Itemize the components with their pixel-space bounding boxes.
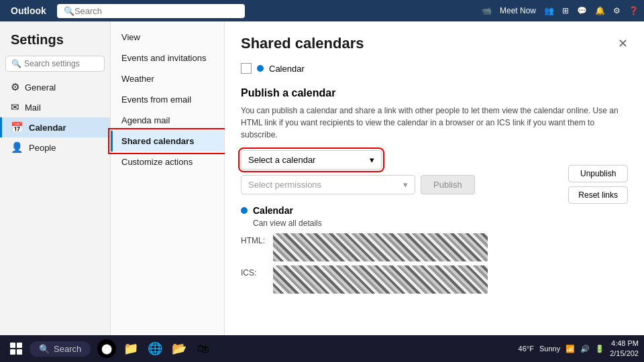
- ics-link-row: ICS:: [241, 265, 628, 294]
- onedrive-icon: ⬤: [97, 339, 116, 358]
- chrome-icon: 🌐: [148, 341, 162, 356]
- sidebar-item-calendar[interactable]: 📅 Calendar: [0, 117, 110, 137]
- search-settings-input[interactable]: [24, 59, 99, 68]
- taskbar-search-box[interactable]: 🔍 Search: [30, 341, 91, 357]
- mail-icon: ✉: [11, 101, 19, 113]
- chevron-down-icon: ▾: [370, 155, 374, 165]
- sidebar-item-people[interactable]: 👤 People: [0, 137, 110, 158]
- wifi-icon: 📶: [566, 345, 575, 353]
- sidebar-item-label-general: General: [25, 82, 56, 93]
- unpublish-button[interactable]: Unpublish: [568, 165, 628, 182]
- volume-icon: 🔊: [580, 345, 590, 353]
- action-buttons: Unpublish Reset links: [568, 165, 628, 204]
- title-search-input[interactable]: [74, 6, 238, 16]
- mid-item-shared[interactable]: Shared calendars: [111, 131, 224, 152]
- grid-icon: ⊞: [562, 6, 569, 15]
- mid-item-view[interactable]: View: [111, 27, 224, 48]
- people-nav-icon: 👤: [11, 141, 23, 154]
- ics-label: ICS:: [241, 265, 268, 278]
- html-link-blurred: [273, 233, 488, 261]
- pub-calendar-dot: [241, 207, 248, 214]
- taskbar-apps: ⬤ 📁 🌐 📂 🛍: [96, 338, 214, 359]
- title-bar-actions: 📹 Meet Now 👥 ⊞ 💬 🔔 ⚙ ❓: [482, 6, 639, 15]
- published-calendar-entry: Unpublish Reset links Calendar Can view …: [241, 205, 628, 294]
- bell-icon: 🔔: [595, 6, 605, 15]
- select-permissions-dropdown[interactable]: Select permissions ▾: [241, 175, 415, 194]
- taskbar-right: 46°F Sunny 📶 🔊 🔋 4:48 PM 2/15/202: [519, 339, 639, 359]
- mid-item-events-email[interactable]: Events from email: [111, 89, 224, 110]
- pub-calendar-header: Calendar: [241, 205, 628, 216]
- html-label: HTML:: [241, 233, 268, 245]
- calendar-check-row: Calendar: [241, 63, 628, 74]
- mid-item-customize[interactable]: Customize actions: [111, 152, 224, 172]
- left-nav: Settings 🔍 ⚙ General ✉ Mail 📅 Calendar 👤…: [0, 21, 111, 335]
- reset-links-button[interactable]: Reset links: [568, 186, 628, 204]
- sidebar-item-label-calendar: Calendar: [29, 123, 66, 133]
- mid-item-weather[interactable]: Weather: [111, 68, 224, 89]
- calendar-icon: 📅: [11, 121, 23, 133]
- taskbar-search-label: Search: [54, 344, 81, 354]
- taskbar-app-store[interactable]: 🛍: [193, 338, 214, 359]
- weather-label: Sunny: [539, 345, 560, 353]
- pub-calendar-subtitle: Can view all details: [253, 219, 628, 228]
- chevron-down-perm-icon: ▾: [403, 180, 408, 190]
- taskbar-search-icon: 🔍: [39, 344, 50, 354]
- windows-logo: [10, 343, 22, 355]
- store-icon: 🛍: [197, 342, 209, 356]
- publish-button[interactable]: Publish: [421, 175, 475, 194]
- title-bar: Outlook 🔍 📹 Meet Now 👥 ⊞ 💬 🔔 ⚙ ❓: [0, 0, 644, 21]
- select-permissions-label: Select permissions: [248, 180, 321, 190]
- clock-time: 4:48 PM: [610, 339, 639, 349]
- start-button[interactable]: [5, 338, 27, 359]
- taskbar-app-explorer[interactable]: 📁: [120, 338, 142, 359]
- sidebar-item-label-mail: Mail: [25, 103, 41, 113]
- ics-link-blurred: [273, 265, 488, 294]
- search-icon: 🔍: [64, 6, 74, 16]
- panel-title: Shared calendars: [241, 35, 364, 52]
- taskbar-app-onedrive[interactable]: ⬤: [96, 338, 117, 359]
- mid-item-events[interactable]: Events and invitations: [111, 48, 224, 68]
- weather-temp: 46°F: [519, 345, 534, 353]
- publish-description: You can publish a calendar and share a l…: [241, 105, 628, 141]
- main-content: Shared calendars ✕ Calendar Publish a ca…: [225, 21, 644, 335]
- calendar-checkbox[interactable]: [241, 63, 252, 74]
- mid-item-agenda[interactable]: Agenda mail: [111, 110, 224, 131]
- general-icon: ⚙: [11, 81, 19, 93]
- publish-section-title: Publish a calendar: [241, 87, 628, 99]
- clock-date: 2/15/202: [610, 349, 639, 359]
- app-logo: Outlook: [5, 5, 52, 16]
- battery-icon: 🔋: [595, 345, 604, 353]
- taskbar: 🔍 Search ⬤ 📁 🌐 📂 🛍 46°F Sunny 📶 🔊 🔋 4:48…: [0, 335, 644, 362]
- search-settings-icon: 🔍: [11, 59, 21, 68]
- select-calendar-dropdown[interactable]: Select a calendar ▾: [241, 150, 382, 170]
- app-body: Settings 🔍 ⚙ General ✉ Mail 📅 Calendar 👤…: [0, 21, 644, 335]
- sidebar-item-general[interactable]: ⚙ General: [0, 77, 110, 97]
- taskbar-app-chrome[interactable]: 🌐: [144, 338, 166, 359]
- chat-icon: 💬: [577, 6, 587, 15]
- pub-calendar-name: Calendar: [253, 205, 293, 216]
- sidebar-item-label-people: People: [29, 143, 56, 153]
- video-icon: 📹: [482, 6, 492, 15]
- taskbar-app-files[interactable]: 📂: [168, 338, 190, 359]
- title-search-box[interactable]: 🔍: [57, 4, 245, 18]
- select-calendar-label: Select a calendar: [248, 155, 315, 165]
- calendar-settings-menu: View Events and invitations Weather Even…: [111, 21, 225, 335]
- files-icon: 📂: [172, 341, 186, 356]
- calendar-color-dot: [257, 65, 264, 72]
- gear-icon[interactable]: ⚙: [613, 6, 621, 15]
- panel-header: Shared calendars ✕: [241, 35, 628, 52]
- search-settings-box[interactable]: 🔍: [5, 56, 105, 72]
- taskbar-clock: 4:48 PM 2/15/202: [610, 339, 639, 359]
- people-icon: 👥: [544, 6, 554, 15]
- question-icon: ❓: [629, 6, 639, 15]
- sidebar-item-mail[interactable]: ✉ Mail: [0, 97, 110, 117]
- explorer-icon: 📁: [123, 341, 138, 356]
- html-link-row: HTML:: [241, 233, 628, 261]
- close-button[interactable]: ✕: [618, 36, 628, 51]
- calendar-label: Calendar: [269, 64, 305, 74]
- settings-title: Settings: [0, 27, 110, 56]
- meet-now-label[interactable]: Meet Now: [500, 6, 536, 15]
